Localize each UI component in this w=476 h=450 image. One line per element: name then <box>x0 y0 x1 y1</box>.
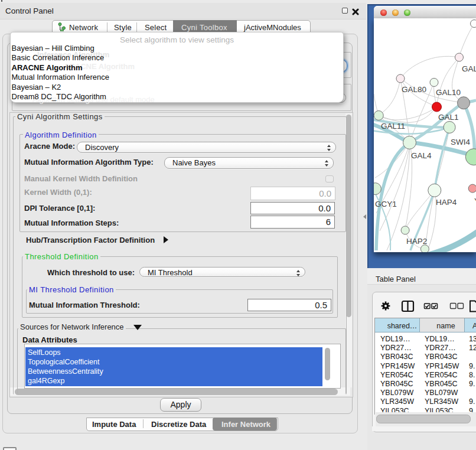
svg-text:GCY1: GCY1 <box>375 200 397 208</box>
svg-text:GAL10: GAL10 <box>436 88 461 97</box>
svg-text:HAP2: HAP2 <box>406 237 427 246</box>
svg-text:GAL80: GAL80 <box>402 85 426 94</box>
svg-text:SWI4: SWI4 <box>451 138 470 146</box>
svg-text:GAL4: GAL4 <box>411 151 432 160</box>
svg-text:HAP4: HAP4 <box>436 198 457 207</box>
svg-text:GAL11: GAL11 <box>381 122 405 131</box>
svg-text:GAL: GAL <box>462 64 476 73</box>
svg-text:GAL1: GAL1 <box>438 113 459 122</box>
